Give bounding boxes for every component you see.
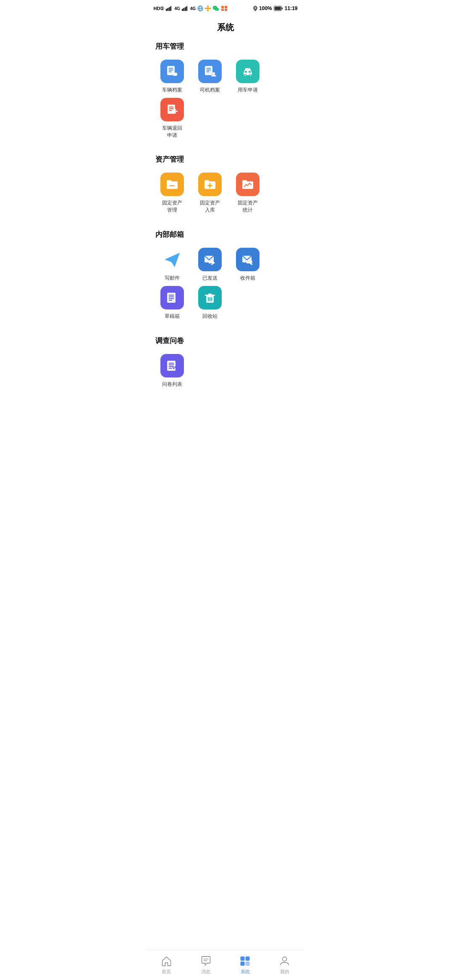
sent-mail-item[interactable]: 已发送 <box>193 248 227 282</box>
system-icon <box>239 955 251 967</box>
sent-mail-label: 已发送 <box>202 275 218 282</box>
fixed-asset-mgmt-icon-box <box>160 173 184 196</box>
status-bar: HD① 4G 4G <box>147 0 304 15</box>
svg-rect-28 <box>282 8 283 10</box>
fixed-asset-mgmt-item[interactable]: 固定资产管理 <box>155 173 189 214</box>
location-icon <box>253 6 257 11</box>
section-car-title: 用车管理 <box>155 42 296 51</box>
section-mail-title: 内部邮箱 <box>155 230 296 239</box>
section-internal-mail: 内部邮箱 写邮件 <box>155 230 296 324</box>
status-right: 100% 11:19 <box>253 5 297 11</box>
svg-point-34 <box>176 76 177 77</box>
svg-point-33 <box>173 76 174 77</box>
vehicle-files-icon-box <box>160 60 184 83</box>
folder-minus-icon <box>165 178 179 191</box>
svg-rect-23 <box>225 6 227 8</box>
svg-rect-53 <box>209 183 210 188</box>
nav-mine-label: 我的 <box>280 969 289 975</box>
inbox-icon-box <box>236 248 260 271</box>
car-icon <box>241 65 254 78</box>
svg-point-43 <box>249 75 251 76</box>
nav-messages[interactable]: 消息 <box>186 950 225 980</box>
draft-icon <box>165 291 179 304</box>
svg-rect-4 <box>182 9 183 11</box>
nav-home[interactable]: 首页 <box>147 950 186 980</box>
fixed-asset-stats-item[interactable]: 固定资产统计 <box>231 173 265 214</box>
car-apply-label: 用车申请 <box>238 86 258 94</box>
svg-point-20 <box>216 9 217 10</box>
svg-point-12 <box>207 5 209 7</box>
questionnaire-list-item[interactable]: 问卷列表 <box>155 354 189 388</box>
nav-messages-label: 消息 <box>201 969 210 975</box>
svg-rect-6 <box>185 7 186 11</box>
svg-rect-1 <box>168 8 169 11</box>
vehicle-file-icon <box>165 65 179 78</box>
fixed-asset-stats-icon-box <box>236 173 260 196</box>
nav-mine[interactable]: 我的 <box>265 950 304 980</box>
compose-mail-label: 写邮件 <box>165 275 180 282</box>
trash-label: 回收站 <box>202 313 218 320</box>
message-icon <box>200 955 212 967</box>
draft-icon-box <box>160 286 184 309</box>
svg-point-11 <box>207 8 209 10</box>
asset-grid: 固定资产管理 固定资产入库 <box>155 173 296 218</box>
sent-mail-icon-box <box>198 248 222 271</box>
svg-rect-78 <box>241 962 245 966</box>
svg-rect-5 <box>183 8 184 11</box>
fixed-asset-in-item[interactable]: 固定资产入库 <box>193 173 227 214</box>
section-asset-title: 资产管理 <box>155 155 296 164</box>
svg-rect-65 <box>208 293 212 295</box>
car-apply-item[interactable]: 用车申请 <box>231 60 265 94</box>
nav-home-label: 首页 <box>162 969 171 975</box>
compose-mail-icon-box <box>160 248 184 271</box>
fixed-asset-stats-label: 固定资产统计 <box>238 199 258 214</box>
svg-point-42 <box>244 75 246 76</box>
survey-grid: 问卷列表 <box>155 354 296 392</box>
mail-grid: 写邮件 已发送 <box>155 248 296 324</box>
signal-icon <box>166 6 173 11</box>
inbox-item[interactable]: 收件箱 <box>231 248 265 282</box>
svg-point-21 <box>217 9 218 10</box>
driver-files-icon-box <box>198 60 222 83</box>
home-icon <box>160 955 172 967</box>
signal2-icon <box>182 6 189 11</box>
driver-file-icon <box>203 65 217 78</box>
svg-point-13 <box>207 10 209 11</box>
battery-icon <box>274 6 283 11</box>
status-network: HD① <box>154 6 165 11</box>
bottom-nav: 首页 消息 系统 我的 <box>147 950 304 980</box>
paper-plane-icon <box>162 249 182 270</box>
section-survey: 调查问卷 问卷列表 <box>155 336 296 392</box>
car-apply-icon-box <box>236 60 260 83</box>
svg-point-17 <box>214 8 215 8</box>
trash-icon <box>203 291 217 304</box>
questionnaire-icon-box <box>160 354 184 377</box>
nav-system[interactable]: 系统 <box>225 950 265 980</box>
compose-mail-item[interactable]: 写邮件 <box>155 248 189 282</box>
svg-rect-24 <box>221 9 224 11</box>
driver-files-label: 司机档案 <box>200 86 220 94</box>
mail-inbox-icon <box>241 253 254 266</box>
mail-sent-icon <box>203 253 217 266</box>
section-survey-title: 调查问卷 <box>155 336 296 346</box>
status-left: HD① 4G 4G <box>154 5 228 11</box>
svg-point-19 <box>215 8 219 11</box>
trash-item[interactable]: 回收站 <box>193 286 227 320</box>
folder-plus-icon <box>203 178 217 191</box>
flower-icon <box>205 5 211 11</box>
car-return-icon <box>165 103 179 116</box>
trash-icon-box <box>198 286 222 309</box>
vehicle-files-item[interactable]: 车辆档案 <box>155 60 189 94</box>
content: 用车管理 车辆档案 <box>147 42 304 437</box>
section-car-management: 用车管理 车辆档案 <box>155 42 296 143</box>
status-4g: 4G <box>174 6 180 11</box>
user-icon <box>279 955 291 967</box>
status-time: 11:19 <box>285 5 298 11</box>
car-return-item[interactable]: 车辆退回申请 <box>155 98 189 139</box>
svg-rect-77 <box>246 956 250 961</box>
svg-rect-22 <box>221 6 224 8</box>
driver-files-item[interactable]: 司机档案 <box>193 60 227 94</box>
app-icon <box>221 5 228 11</box>
draft-item[interactable]: 草稿箱 <box>155 286 189 320</box>
svg-rect-3 <box>170 6 172 11</box>
